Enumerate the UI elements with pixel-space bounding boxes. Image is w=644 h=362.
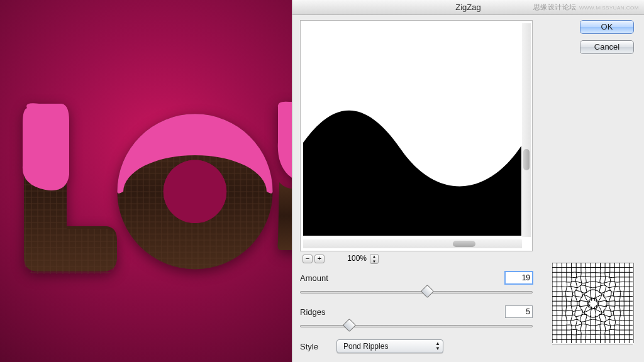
cancel-button[interactable]: Cancel	[580, 40, 634, 54]
style-selected-value: Pond Ripples	[343, 342, 388, 351]
document-canvas	[0, 0, 292, 362]
preview-vertical-scrollbar[interactable]	[522, 23, 531, 237]
amount-field[interactable]	[505, 272, 533, 284]
zoom-stepper[interactable]: ▲▼	[370, 254, 379, 264]
ok-button[interactable]: OK	[580, 20, 634, 34]
ridges-slider[interactable]	[300, 321, 533, 331]
chevron-updown-icon: ▲▼	[435, 341, 440, 351]
watermark: 思缘设计论坛WWW.MISSYUAN.COM	[533, 3, 639, 12]
zigzag-dialog: ZigZag 思缘设计论坛WWW.MISSYUAN.COM OK Cancel	[292, 0, 644, 362]
ridges-field[interactable]	[505, 305, 533, 318]
preview-horizontal-scrollbar[interactable]	[303, 239, 522, 248]
letter-o	[107, 101, 283, 277]
dialog-title: ZigZag	[455, 3, 480, 12]
amount-label: Amount	[300, 273, 505, 283]
letter-l	[6, 101, 119, 277]
svg-rect-5	[552, 263, 634, 344]
amount-slider[interactable]	[300, 287, 533, 297]
ridges-label: Ridges	[300, 307, 505, 317]
letter-v-edge	[277, 101, 292, 251]
style-label: Style	[300, 342, 336, 351]
wireframe-preview	[552, 263, 634, 344]
style-select[interactable]: Pond Ripples ▲▼	[336, 339, 443, 353]
zoom-out-button[interactable]: −	[303, 255, 313, 263]
zoom-field[interactable]: 100%	[333, 254, 367, 264]
svg-point-3	[164, 160, 226, 223]
zoom-in-button[interactable]: +	[314, 255, 325, 263]
filter-preview[interactable]	[303, 23, 521, 236]
filter-preview-pane	[300, 20, 533, 251]
